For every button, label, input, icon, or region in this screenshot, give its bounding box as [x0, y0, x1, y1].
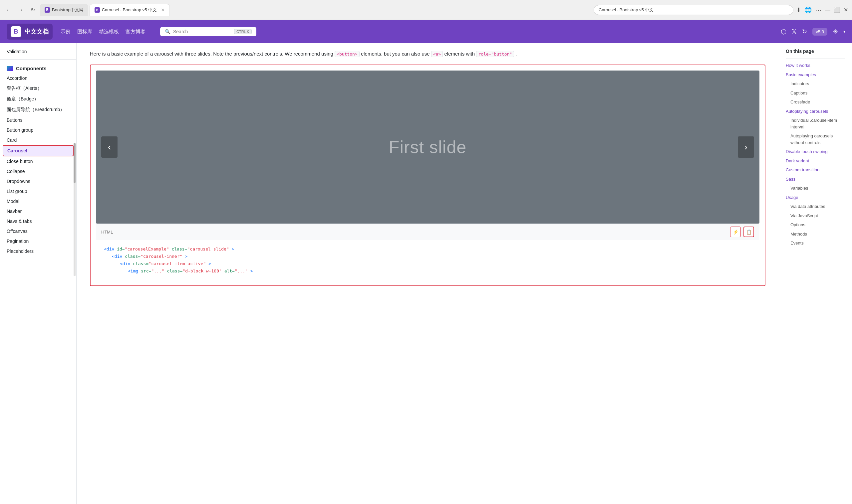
sidebar-item-breadcrumb[interactable]: 面包屑导航（Breadcrumb）	[0, 105, 76, 115]
sidebar-item-validation[interactable]: Validation	[0, 47, 76, 57]
browser-forward-button[interactable]: →	[16, 5, 25, 15]
brand-icon: B	[11, 26, 21, 37]
code-toolbar: HTML ⚡ 📋	[96, 223, 760, 240]
code-a-element: <a>	[431, 51, 443, 57]
browser-back-button[interactable]: ←	[4, 5, 13, 15]
toc-item-custom-transition[interactable]: Custom transition	[786, 165, 845, 175]
navbar-right: ⬡ 𝕏 ↻ v5.3 ☀ ▾	[781, 28, 845, 36]
sidebar-item-buttons[interactable]: Buttons	[0, 115, 76, 125]
code-copy-button[interactable]: 📋	[744, 227, 754, 237]
sidebar-item-navbar[interactable]: Navbar	[0, 206, 76, 216]
toc-item-indicators[interactable]: Indicators	[786, 79, 845, 89]
tab-label-1: Bootstrap中文网	[52, 7, 84, 13]
code-line-3: <div class="carousel-item active" >	[104, 260, 751, 268]
sidebar-item-dropdowns[interactable]: Dropdowns	[0, 176, 76, 186]
navbar-brand[interactable]: B 中文文档	[7, 24, 53, 40]
navbar-link-examples[interactable]: 示例	[60, 29, 71, 35]
sidebar-item-pagination[interactable]: Pagination	[0, 236, 76, 246]
tab-icon-2: B	[94, 7, 100, 13]
search-icon: 🔍	[165, 29, 171, 34]
github-icon[interactable]: ⬡	[781, 28, 786, 36]
carousel-stage: ‹ First slide ›	[96, 71, 760, 223]
toc-item-autoplaying[interactable]: Autoplaying carousels	[786, 107, 845, 116]
toc-item-sass[interactable]: Sass	[786, 175, 845, 184]
sidebar-item-list-group[interactable]: List group	[0, 186, 76, 196]
search-bar[interactable]: 🔍 CTRL K	[160, 27, 256, 36]
toc-divider-top	[786, 58, 845, 59]
sidebar-item-button-group[interactable]: Button group	[0, 125, 76, 135]
components-icon	[7, 66, 13, 71]
toc-panel: On this page How it works Basic examples…	[779, 43, 852, 504]
tab-close-button[interactable]: ✕	[161, 7, 165, 13]
tab-icon-1: B	[45, 7, 50, 13]
circle-icon[interactable]: ↻	[802, 28, 807, 35]
code-block: <div id="carouselExample" class="carouse…	[96, 240, 760, 280]
sidebar-item-carousel[interactable]: Carousel	[3, 145, 74, 156]
sidebar-item-navs-tabs[interactable]: Navs & tabs	[0, 216, 76, 226]
navbar-link-templates[interactable]: 精选模板	[99, 29, 119, 35]
code-lightning-button[interactable]: ⚡	[730, 227, 741, 237]
version-badge[interactable]: v5.3	[812, 28, 828, 36]
search-input[interactable]	[173, 29, 231, 34]
toc-item-variables[interactable]: Variables	[786, 184, 845, 193]
sidebar: Validation Components Accordion 警告框（Aler…	[0, 43, 76, 504]
sidebar-item-alerts[interactable]: 警告框（Alerts）	[0, 83, 76, 94]
navbar-link-blog[interactable]: 官方博客	[125, 29, 145, 35]
maximize-icon[interactable]: ⬜	[834, 7, 840, 13]
toc-item-options[interactable]: Options	[786, 220, 845, 230]
navbar-links: 示例 图标库 精选模板 官方博客	[60, 29, 145, 35]
sidebar-scrollbar-track	[74, 143, 75, 276]
carousel-next-icon: ›	[745, 142, 747, 152]
theme-arrow-icon: ▾	[844, 29, 845, 34]
toc-item-via-js[interactable]: Via JavaScript	[786, 211, 845, 220]
toc-item-individual-interval[interactable]: Individual .carousel-item interval	[786, 116, 845, 131]
toc-item-basic-examples[interactable]: Basic examples	[786, 70, 845, 79]
carousel-next-button[interactable]: ›	[738, 137, 754, 158]
browser-right-icons: ⬇ 🌐 ⋯ — ⬜ ✕	[796, 6, 848, 14]
code-line-2: <div class="carousel-inner" >	[104, 253, 751, 260]
sidebar-item-offcanvas[interactable]: Offcanvas	[0, 226, 76, 236]
sidebar-item-accordion[interactable]: Accordion	[0, 73, 76, 83]
browser-refresh-button[interactable]: ↻	[28, 5, 37, 15]
main-layout: Validation Components Accordion 警告框（Aler…	[0, 43, 852, 504]
sidebar-item-card[interactable]: Card	[0, 135, 76, 145]
close-icon[interactable]: ✕	[844, 7, 848, 13]
toc-item-crossfade[interactable]: Crossfade	[786, 97, 845, 107]
toc-item-via-data-attrs[interactable]: Via data attributes	[786, 202, 845, 211]
sidebar-item-collapse[interactable]: Collapse	[0, 166, 76, 176]
browser-tab-1[interactable]: B Bootstrap中文网	[40, 4, 88, 16]
minimize-icon[interactable]: —	[825, 7, 830, 13]
globe-icon[interactable]: 🌐	[804, 6, 812, 14]
sidebar-item-modal[interactable]: Modal	[0, 196, 76, 206]
intro-paragraph: Here is a basic example of a carousel wi…	[90, 50, 765, 58]
twitter-icon[interactable]: 𝕏	[792, 28, 797, 35]
toc-title: On this page	[786, 49, 845, 54]
tab-label-2: Carousel · Bootstrap v5 中文	[102, 7, 157, 13]
lightning-icon: ⚡	[733, 229, 738, 235]
toc-item-usage[interactable]: Usage	[786, 193, 845, 202]
sidebar-components-header: Components	[0, 62, 76, 73]
sidebar-item-badge[interactable]: 徽章（Badge）	[0, 94, 76, 105]
toc-item-autoplaying-without-controls[interactable]: Autoplaying carousels without controls	[786, 131, 845, 147]
carousel-prev-button[interactable]: ‹	[101, 137, 118, 158]
toc-item-captions[interactable]: Captions	[786, 89, 845, 98]
theme-icon[interactable]: ☀	[833, 28, 838, 35]
sidebar-scrollbar-thumb[interactable]	[74, 143, 75, 183]
toc-item-events[interactable]: Events	[786, 238, 845, 248]
toc-item-how-it-works[interactable]: How it works	[786, 61, 845, 70]
code-action-buttons: ⚡ 📋	[730, 227, 754, 237]
download-icon[interactable]: ⬇	[796, 6, 801, 14]
carousel-demo-wrapper: ‹ First slide › HTML ⚡ 📋	[90, 65, 765, 286]
toc-item-disable-touch[interactable]: Disable touch swiping	[786, 147, 845, 156]
carousel-slide-label: First slide	[389, 137, 467, 157]
content-area: Here is a basic example of a carousel wi…	[76, 43, 779, 504]
navbar-link-icons[interactable]: 图标库	[77, 29, 92, 35]
toc-item-dark-variant[interactable]: Dark variant	[786, 156, 845, 166]
sidebar-item-close-button[interactable]: Close button	[0, 156, 76, 166]
menu-icon[interactable]: ⋯	[815, 6, 822, 14]
sidebar-item-placeholders[interactable]: Placeholders	[0, 246, 76, 256]
browser-tab-2[interactable]: B Carousel · Bootstrap v5 中文 ✕	[90, 4, 170, 16]
toc-item-methods[interactable]: Methods	[786, 230, 845, 239]
browser-addressbar[interactable]: Carousel · Bootstrap v5 中文	[594, 5, 794, 15]
carousel-prev-icon: ‹	[108, 142, 111, 152]
